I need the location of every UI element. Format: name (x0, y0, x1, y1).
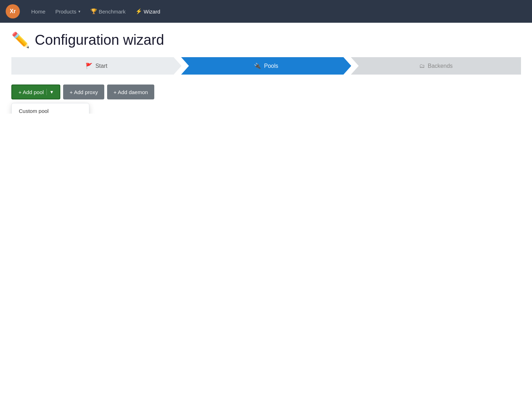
pool-dropdown-menu: Custom pool gntl.co.uk hashvault.pro her… (11, 103, 89, 114)
nav-products-label: Products (55, 9, 76, 15)
add-proxy-button[interactable]: + Add proxy (63, 85, 104, 99)
page-title: Configuration wizard (35, 32, 164, 48)
wizard-icon-nav: ⚡ (135, 8, 142, 15)
navbar: Xr Home Products ▾ 🏆 Benchmark ⚡ Wizard (0, 0, 532, 23)
dropdown-item-custom-pool[interactable]: Custom pool (12, 103, 89, 114)
nav-wizard-label: Wizard (144, 9, 160, 15)
add-pool-button[interactable]: + Add pool ▾ (11, 85, 60, 99)
nav-products[interactable]: Products ▾ (51, 6, 85, 17)
add-pool-chevron-icon: ▾ (46, 89, 53, 95)
nav-benchmark-label: Benchmark (99, 9, 126, 15)
chevron-down-icon: ▾ (78, 9, 81, 14)
step-backends-label: Backends (428, 63, 453, 69)
add-daemon-button[interactable]: + Add daemon (107, 85, 154, 99)
steps-container: 🚩 Start 🔌 Pools 🗂 Backends (11, 57, 521, 75)
trophy-icon: 🏆 (90, 8, 97, 15)
action-buttons: + Add pool ▾ + Add proxy + Add daemon Cu… (11, 85, 521, 99)
step-pools[interactable]: 🔌 Pools (181, 57, 351, 75)
add-proxy-label: + Add proxy (70, 89, 98, 95)
flag-icon: 🚩 (85, 62, 93, 69)
magic-wand-icon: ✏️ (11, 31, 30, 49)
step-start-label: Start (95, 63, 107, 69)
step-pools-label: Pools (264, 63, 278, 69)
nav-benchmark[interactable]: 🏆 Benchmark (86, 5, 130, 17)
plug-icon: 🔌 (254, 62, 261, 69)
step-backends[interactable]: 🗂 Backends (351, 57, 521, 75)
page-title-area: ✏️ Configuration wizard (11, 31, 521, 49)
logo[interactable]: Xr (6, 4, 20, 18)
grid-icon: 🗂 (419, 63, 425, 69)
step-start[interactable]: 🚩 Start (11, 57, 182, 75)
nav-wizard[interactable]: ⚡ Wizard (131, 5, 165, 17)
main-content: ✏️ Configuration wizard 🚩 Start 🔌 Pools … (0, 23, 532, 114)
add-daemon-label: + Add daemon (113, 89, 148, 95)
nav-links: Home Products ▾ 🏆 Benchmark ⚡ Wizard (27, 5, 165, 17)
nav-home[interactable]: Home (27, 6, 50, 17)
add-pool-label: + Add pool (18, 89, 44, 95)
